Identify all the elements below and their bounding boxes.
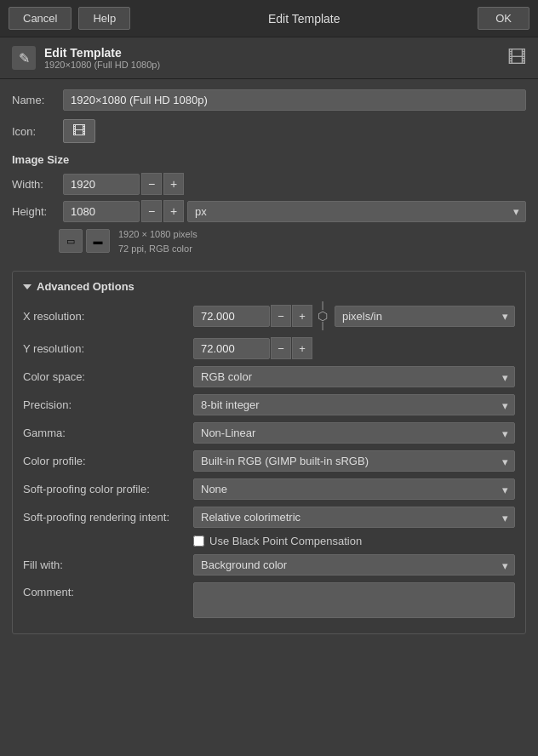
- comment-textarea[interactable]: [193, 582, 515, 618]
- width-decrement-button[interactable]: −: [141, 173, 162, 195]
- comment-label: Comment:: [23, 582, 193, 598]
- icon-label: Icon:: [12, 125, 63, 138]
- height-input[interactable]: [63, 201, 140, 222]
- width-input[interactable]: [63, 174, 140, 195]
- color-profile-label: Color profile:: [23, 455, 193, 467]
- rendering-intent-select[interactable]: Relative colorimetric Perceptual Saturat…: [193, 507, 515, 528]
- y-resolution-input[interactable]: [193, 338, 270, 359]
- name-row: Name:: [12, 89, 526, 111]
- rendering-intent-select-wrapper: Relative colorimetric Perceptual Saturat…: [193, 507, 515, 528]
- width-increment-button[interactable]: +: [163, 173, 184, 195]
- precision-label: Precision:: [23, 398, 193, 411]
- color-profile-select-wrapper: Built-in RGB (GIMP built-in sRGB): [193, 450, 515, 472]
- rendering-intent-label: Soft-proofing rendering intent:: [23, 511, 193, 524]
- film-icon: 🎞: [507, 47, 526, 69]
- color-space-select-wrapper: RGB color CMYK color Grayscale: [193, 366, 515, 387]
- name-label: Name:: [12, 94, 63, 106]
- chain-bottom-icon: |: [322, 322, 324, 330]
- y-resolution-increment-button[interactable]: +: [292, 337, 312, 359]
- gamma-label: Gamma:: [23, 427, 193, 439]
- size-info-ppi: 72 ppi, RGB color: [118, 242, 197, 256]
- header-subtitle: 1920×1080 (Full HD 1080p): [44, 60, 160, 70]
- advanced-options-toggle[interactable]: Advanced Options: [23, 280, 515, 293]
- cancel-button[interactable]: Cancel: [9, 7, 72, 30]
- collapse-triangle-icon: [23, 284, 31, 289]
- color-profile-select[interactable]: Built-in RGB (GIMP built-in sRGB): [193, 450, 515, 472]
- resolution-unit-select-wrapper: pixels/in pixels/mm pixels/cm: [335, 306, 515, 327]
- resolution-unit-select[interactable]: pixels/in pixels/mm pixels/cm: [335, 306, 515, 327]
- content-area: Name: Icon: 🎞 Image Size Width: − + Heig…: [0, 79, 538, 644]
- fill-with-select[interactable]: Background color Foreground color White …: [193, 554, 515, 576]
- toolbar-title: Edit Template: [137, 12, 471, 26]
- precision-row: Precision: 8-bit integer 16-bit integer …: [23, 394, 515, 415]
- edit-pencil-icon: ✎: [19, 50, 30, 66]
- y-resolution-decrement-button[interactable]: −: [271, 337, 291, 359]
- advanced-options-section: Advanced Options X resolution: − + | ⬡ |…: [12, 271, 526, 634]
- x-resolution-label: X resolution:: [23, 310, 193, 323]
- x-resolution-row: X resolution: − + | ⬡ | pixels/in pixels…: [23, 301, 515, 330]
- fill-with-select-wrapper: Background color Foreground color White …: [193, 554, 515, 576]
- toolbar: Cancel Help Edit Template OK: [0, 0, 538, 37]
- color-space-row: Color space: RGB color CMYK color Graysc…: [23, 366, 515, 387]
- color-profile-row: Color profile: Built-in RGB (GIMP built-…: [23, 450, 515, 472]
- header-title: Edit Template: [44, 46, 160, 60]
- header-row: ✎ Edit Template 1920×1080 (Full HD 1080p…: [0, 37, 538, 79]
- color-space-label: Color space:: [23, 370, 193, 383]
- y-resolution-row: Y resolution: − +: [23, 337, 515, 359]
- portrait-icon-button[interactable]: ▭: [59, 229, 83, 253]
- x-resolution-input[interactable]: [193, 306, 270, 327]
- black-point-label: Use Black Point Compensation: [209, 535, 362, 547]
- soft-proof-select[interactable]: None: [193, 478, 515, 500]
- header-left: ✎ Edit Template 1920×1080 (Full HD 1080p…: [12, 46, 160, 70]
- fill-with-label: Fill with:: [23, 558, 193, 571]
- soft-proof-row: Soft-proofing color profile: None: [23, 478, 515, 500]
- soft-proof-label: Soft-proofing color profile:: [23, 483, 193, 495]
- name-input[interactable]: [63, 89, 526, 111]
- icon-button[interactable]: 🎞: [63, 119, 95, 143]
- x-resolution-increment-button[interactable]: +: [292, 305, 312, 327]
- height-decrement-button[interactable]: −: [141, 200, 162, 222]
- y-resolution-label: Y resolution:: [23, 342, 193, 355]
- black-point-checkbox[interactable]: [193, 536, 204, 547]
- precision-select[interactable]: 8-bit integer 16-bit integer 32-bit inte…: [193, 394, 515, 415]
- advanced-options-label: Advanced Options: [37, 280, 134, 293]
- comment-row: Comment:: [23, 582, 515, 618]
- chain-link-icon: ⬡: [318, 310, 328, 322]
- width-label: Width:: [12, 178, 63, 191]
- soft-proof-select-wrapper: None: [193, 478, 515, 500]
- rendering-intent-row: Soft-proofing rendering intent: Relative…: [23, 507, 515, 528]
- color-space-select[interactable]: RGB color CMYK color Grayscale: [193, 366, 515, 387]
- width-row: Width: − +: [12, 173, 526, 195]
- fill-with-row: Fill with: Background color Foreground c…: [23, 554, 515, 576]
- x-resolution-decrement-button[interactable]: −: [271, 305, 291, 327]
- landscape-icon-button[interactable]: ▬: [86, 229, 110, 253]
- header-text: Edit Template 1920×1080 (Full HD 1080p): [44, 46, 160, 70]
- height-label: Height:: [12, 205, 63, 218]
- gamma-row: Gamma: Non-Linear Linear: [23, 422, 515, 444]
- unit-select[interactable]: px in mm cm: [187, 201, 526, 222]
- black-point-row: Use Black Point Compensation: [193, 535, 515, 547]
- gamma-select[interactable]: Non-Linear Linear: [193, 422, 515, 444]
- resolution-link-chain: | ⬡ |: [316, 301, 329, 330]
- size-info: 1920 × 1080 pixels 72 ppi, RGB color: [118, 227, 197, 255]
- height-row: Height: − + px in mm cm: [12, 200, 526, 222]
- ok-button[interactable]: OK: [478, 7, 529, 30]
- size-info-pixels: 1920 × 1080 pixels: [118, 227, 197, 242]
- icon-row: Icon: 🎞: [12, 119, 526, 143]
- image-size-title: Image Size: [12, 153, 526, 166]
- gamma-select-wrapper: Non-Linear Linear: [193, 422, 515, 444]
- height-increment-button[interactable]: +: [163, 200, 184, 222]
- edit-icon-box: ✎: [12, 46, 36, 70]
- precision-select-wrapper: 8-bit integer 16-bit integer 32-bit inte…: [193, 394, 515, 415]
- help-button[interactable]: Help: [78, 7, 130, 30]
